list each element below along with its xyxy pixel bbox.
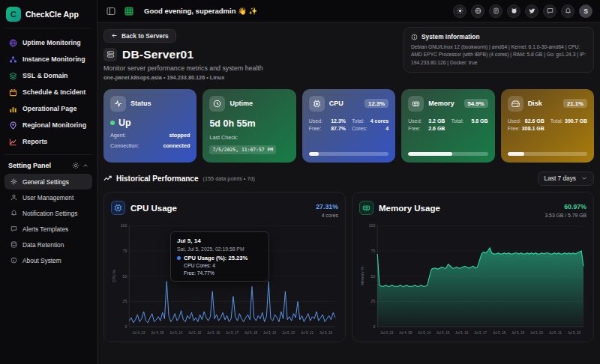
chevron-up-icon[interactable]: [82, 163, 88, 169]
user-avatar[interactable]: S: [579, 4, 592, 18]
language-globe-button[interactable]: [471, 4, 484, 18]
svg-text:Jul 5, 14: Jul 5, 14: [418, 330, 431, 334]
system-info-text: Debian GNU/Linux 12 (bookworm) | amd64 |…: [411, 43, 586, 67]
svg-text:Jul 5, 14: Jul 5, 14: [170, 330, 183, 334]
sidebar-item-label: User Management: [22, 194, 74, 201]
sidebar-item-regional-monitoring[interactable]: Regional Monitoring: [4, 117, 92, 133]
svg-text:Memory %: Memory %: [360, 266, 364, 285]
twitter-button[interactable]: [525, 4, 538, 18]
calendar-icon: [8, 88, 17, 97]
svg-text:Jul 3, 23: Jul 3, 23: [132, 330, 146, 334]
used-label: Used:: [508, 118, 521, 124]
svg-text:Jul 5, 17: Jul 5, 17: [226, 330, 239, 334]
sidebar-item-ssl-domain[interactable]: SSL & Domain: [4, 67, 92, 84]
trend-chart-icon: [8, 137, 17, 146]
memory-icon: [359, 201, 374, 215]
notifications-bell-button[interactable]: [561, 4, 574, 18]
sidebar-item-reports[interactable]: Reports: [4, 133, 92, 150]
cpu-current-sub: 4 cores: [316, 213, 338, 218]
total-value: 5.8 GB: [471, 118, 488, 124]
changelog-button[interactable]: [489, 4, 502, 18]
sidebar-item-general-settings[interactable]: General Settings: [4, 174, 92, 189]
sidebar-divider: [4, 154, 92, 155]
clock-icon: [209, 96, 225, 112]
github-button[interactable]: [507, 4, 520, 18]
svg-text:Jul 3, 23: Jul 3, 23: [380, 330, 394, 334]
sidebar-item-label: About System: [22, 257, 62, 264]
app-name: CheckCle App: [26, 10, 79, 19]
table-view-icon[interactable]: [123, 5, 135, 17]
used-value: 3.2 GB: [428, 118, 445, 124]
used-label: Used:: [408, 118, 422, 124]
sidebar-item-about-system[interactable]: About System: [4, 252, 92, 268]
card-title: Status: [130, 100, 152, 107]
svg-text:75: 75: [123, 248, 128, 252]
sidebar-item-schedule-incident[interactable]: Schedule & Incident: [4, 84, 92, 100]
sidebar-item-instance-monitoring[interactable]: Instance Monitoring: [4, 51, 92, 67]
tooltip-free: Free: 74.77%: [184, 270, 262, 276]
chevron-down-icon: [581, 175, 587, 181]
free-label: Free:: [309, 126, 321, 131]
svg-text:25: 25: [123, 299, 128, 303]
svg-text:0: 0: [373, 324, 375, 329]
total-label: Total:: [451, 118, 464, 124]
app-logo-row[interactable]: C CheckCle App: [4, 5, 92, 28]
total-label: Total:: [352, 118, 364, 124]
svg-text:Jul 5, 17: Jul 5, 17: [474, 330, 488, 334]
cpu-current-value: 27.31%: [316, 203, 338, 210]
historical-meta: (155 data points • 7d): [203, 175, 256, 182]
feedback-button[interactable]: [543, 4, 556, 18]
sidebar-item-label: Regional Monitoring: [22, 121, 86, 129]
cpu-icon: [111, 201, 125, 215]
sidebar-item-label: Operational Page: [22, 105, 76, 112]
server-icon: [104, 48, 117, 61]
chart-tooltip: Jul 5, 14 Sat, Jul 5, 2025, 02:19:58 PM …: [170, 231, 269, 282]
tooltip-datetime: Sat, Jul 5, 2025, 02:19:58 PM: [177, 246, 262, 252]
svg-text:Jul 5, 21: Jul 5, 21: [549, 330, 562, 334]
svg-text:Jul 5, 20: Jul 5, 20: [282, 330, 296, 334]
card-title: CPU: [329, 100, 344, 107]
greeting-text: Good evening, superadmin 👋 ✨: [144, 7, 257, 15]
sidebar-toggle-icon[interactable]: [105, 5, 117, 17]
activity-icon: [110, 96, 126, 112]
system-info-title: System Information: [422, 33, 479, 40]
memory-usage-chart[interactable]: 0255075100Jul 3, 23Jul 4, 09Jul 5, 14Jul…: [359, 221, 586, 339]
svg-text:Jul 5, 23: Jul 5, 23: [320, 330, 333, 334]
setting-panel-header[interactable]: Setting Panel: [4, 160, 92, 174]
sidebar-item-label: General Settings: [22, 178, 69, 186]
sidebar-item-user-management[interactable]: User Management: [4, 189, 92, 205]
sidebar-item-label: Alerts Templates: [22, 225, 68, 233]
page-title: DB-Server01: [122, 48, 194, 61]
memory-current-value: 60.97%: [564, 203, 586, 210]
svg-text:Jul 4, 09: Jul 4, 09: [151, 330, 164, 334]
svg-text:50: 50: [371, 273, 376, 278]
memory-icon: [408, 96, 424, 112]
back-to-servers-button[interactable]: Back to Servers: [104, 29, 176, 43]
sidebar-item-label: Uptime Monitoring: [22, 39, 81, 46]
svg-text:25: 25: [371, 299, 376, 303]
trend-icon: [104, 175, 112, 183]
sidebar-item-notification-settings[interactable]: Notification Settings: [4, 205, 92, 221]
time-range-select[interactable]: Last 7 days: [538, 172, 594, 186]
svg-text:0: 0: [124, 324, 127, 329]
cpu-icon: [309, 96, 325, 112]
system-information-card: System Information Debian GNU/Linux 12 (…: [404, 27, 594, 73]
gear-icon: [9, 178, 18, 186]
historical-title: Historical Performance: [116, 175, 199, 183]
card-title: Uptime: [230, 100, 253, 107]
database-icon: [9, 240, 18, 249]
sidebar-item-uptime-monitoring[interactable]: Uptime Monitoring: [4, 34, 92, 51]
sidebar-item-operational-page[interactable]: Operational Page: [4, 100, 92, 117]
agent-value: stopped: [169, 132, 190, 139]
svg-text:Jul 5, 15: Jul 5, 15: [188, 330, 202, 334]
card-title: Memory: [428, 100, 454, 107]
bar-chart-icon: [8, 104, 17, 113]
svg-text:Jul 5, 21: Jul 5, 21: [301, 330, 314, 334]
card-title: Disk: [528, 100, 542, 107]
sidebar-item-alerts-templates[interactable]: Alerts Templates: [4, 221, 92, 237]
theme-toggle-button[interactable]: [453, 4, 466, 18]
bell-icon: [9, 209, 18, 218]
last-check-value: 7/5/2025, 11:07:57 PM: [209, 145, 276, 154]
cpu-usage-chart-card: CPU Usage 27.31% 4 cores 0255075100Jul 3…: [104, 192, 346, 342]
sidebar-item-data-retention[interactable]: Data Retention: [4, 237, 92, 252]
